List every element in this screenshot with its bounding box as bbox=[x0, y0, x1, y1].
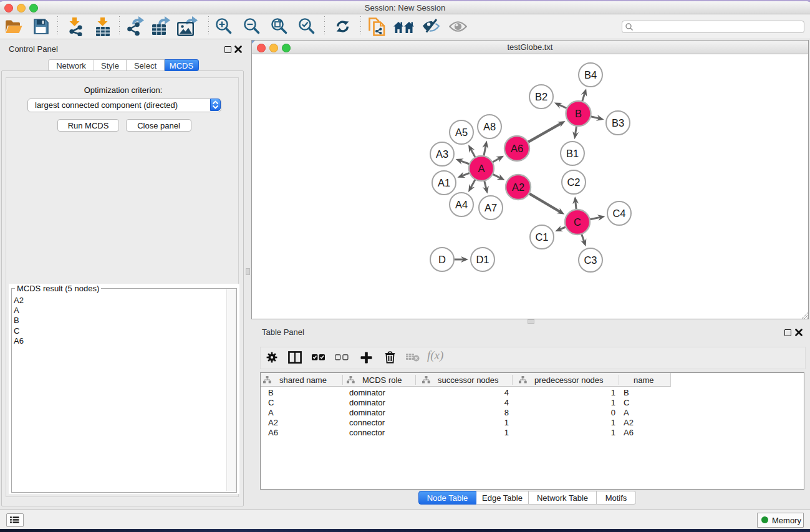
svg-text:A2: A2 bbox=[512, 181, 524, 193]
svg-text:A7: A7 bbox=[485, 202, 497, 213]
svg-text:A8: A8 bbox=[483, 121, 496, 132]
svg-text:B: B bbox=[575, 108, 582, 119]
svg-text:A6: A6 bbox=[511, 143, 523, 154]
svg-text:A4: A4 bbox=[455, 199, 468, 210]
svg-text:B1: B1 bbox=[566, 148, 579, 159]
svg-text:C2: C2 bbox=[567, 177, 580, 188]
svg-text:C: C bbox=[574, 216, 581, 228]
svg-text:C1: C1 bbox=[535, 231, 548, 243]
svg-text:C3: C3 bbox=[584, 254, 597, 266]
svg-text:A5: A5 bbox=[455, 127, 468, 138]
svg-text:A3: A3 bbox=[436, 148, 448, 160]
svg-text:C4: C4 bbox=[612, 208, 625, 219]
svg-text:B2: B2 bbox=[535, 91, 547, 102]
svg-text:B3: B3 bbox=[612, 117, 624, 128]
svg-text:D: D bbox=[438, 254, 446, 265]
svg-text:A: A bbox=[478, 163, 485, 174]
svg-text:B4: B4 bbox=[584, 69, 597, 80]
svg-text:A1: A1 bbox=[438, 177, 450, 188]
svg-text:D1: D1 bbox=[476, 254, 489, 265]
